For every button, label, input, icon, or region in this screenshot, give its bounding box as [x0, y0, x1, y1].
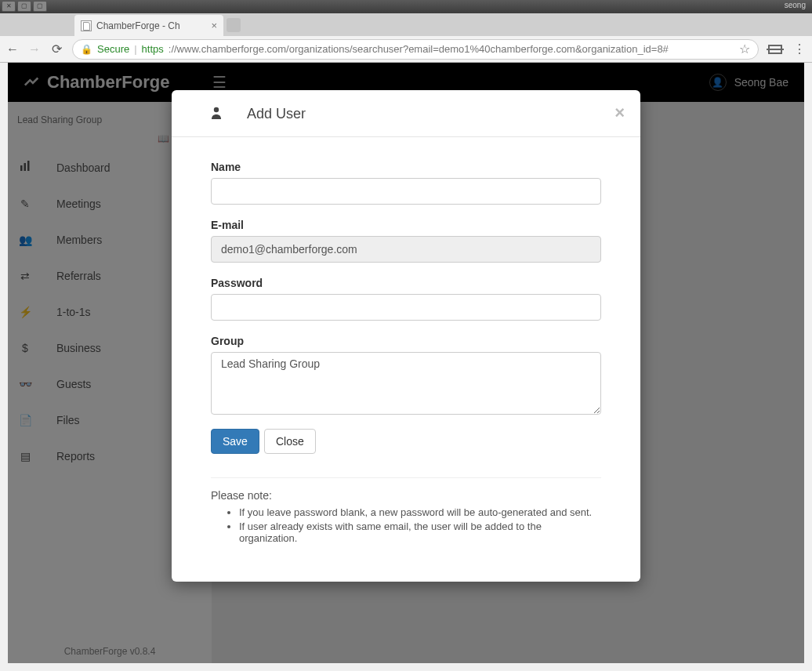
window-controls[interactable]: ✕▢▢ [2, 1, 47, 12]
os-session-user: seong [785, 1, 806, 9]
group-select[interactable]: Lead Sharing Group [211, 352, 601, 415]
email-input[interactable] [211, 236, 601, 263]
browser-menu-icon[interactable]: ⋮ [793, 42, 806, 56]
browser-chrome: ChamberForge - Ch × ← → ⟳ 🔒 Secure | htt… [0, 13, 812, 63]
modal-header: Add User × [172, 90, 640, 137]
tab-title: ChamberForge - Ch [96, 20, 206, 31]
note-item: If user already exists with same email, … [239, 520, 601, 544]
name-label: Name [211, 161, 601, 173]
tab-bar: ChamberForge - Ch × [0, 13, 812, 36]
close-icon[interactable]: × [614, 103, 625, 123]
group-label: Group [211, 335, 601, 347]
note-list: If you leave password blank, a new passw… [211, 506, 601, 544]
address-bar: ← → ⟳ 🔒 Secure | https://www.chamberforg… [0, 36, 812, 63]
close-button[interactable]: Close [264, 429, 316, 454]
name-input[interactable] [211, 178, 601, 205]
forward-button-icon[interactable]: → [28, 43, 41, 56]
url-path: ://www.chamberforge.com/organizations/se… [169, 43, 669, 55]
os-top-bar: ✕▢▢ seong [0, 0, 812, 13]
url-protocol: https [142, 43, 164, 55]
bookmark-star-icon[interactable]: ☆ [739, 42, 750, 56]
password-input[interactable] [211, 294, 601, 321]
url-input[interactable]: 🔒 Secure | https://www.chamberforge.com/… [72, 39, 759, 60]
password-label: Password [211, 277, 601, 289]
lock-icon: 🔒 [81, 44, 92, 55]
note-title: Please note: [211, 489, 601, 502]
note-item: If you leave password blank, a new passw… [239, 506, 601, 518]
email-label: E-mail [211, 219, 601, 231]
new-tab-button[interactable] [227, 18, 241, 32]
user-icon [211, 107, 222, 122]
save-button[interactable]: Save [211, 429, 259, 454]
page-favicon-icon [81, 20, 92, 31]
tab-close-icon[interactable]: × [211, 20, 217, 31]
svg-point-3 [214, 107, 219, 111]
group-option[interactable]: Lead Sharing Group [221, 357, 591, 370]
secure-label: Secure [97, 43, 129, 55]
modal-body: Name E-mail Password Group Lead Sharing … [172, 137, 640, 554]
back-button-icon[interactable]: ← [6, 43, 19, 56]
modal-title: Add User [247, 106, 306, 122]
device-toolbar-icon[interactable] [768, 45, 782, 54]
reload-button-icon[interactable]: ⟳ [50, 43, 63, 56]
browser-tab[interactable]: ChamberForge - Ch × [74, 15, 223, 36]
add-user-modal: Add User × Name E-mail Password Group Le… [172, 90, 640, 582]
